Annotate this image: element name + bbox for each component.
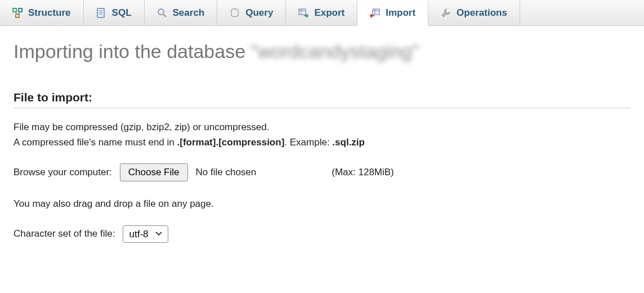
choose-file-button[interactable]: Choose File bbox=[120, 163, 188, 181]
drag-drop-info: You may also drag and drop a file on any… bbox=[14, 196, 630, 211]
name-rule-middle: . Example: bbox=[284, 137, 332, 148]
file-picker-row: Browse your computer: Choose File No fil… bbox=[14, 163, 630, 181]
charset-row: Character set of the file: utf-8 bbox=[14, 225, 630, 243]
title-prefix: Importing into the database bbox=[14, 41, 251, 62]
name-rule-example: .sql.zip bbox=[332, 137, 365, 148]
name-rule-format: .[format].[compression] bbox=[177, 137, 285, 148]
tab-query[interactable]: Query bbox=[217, 0, 286, 25]
tab-structure[interactable]: Structure bbox=[0, 0, 84, 25]
charset-select[interactable]: utf-8 bbox=[123, 225, 168, 243]
tab-label: Query bbox=[245, 7, 273, 19]
svg-point-9 bbox=[158, 9, 164, 15]
svg-rect-2 bbox=[16, 14, 19, 17]
svg-rect-12 bbox=[299, 9, 306, 15]
search-icon bbox=[157, 8, 167, 18]
import-icon bbox=[370, 8, 380, 18]
svg-rect-15 bbox=[373, 9, 379, 15]
tab-label: Export bbox=[314, 7, 345, 19]
export-icon bbox=[298, 8, 308, 18]
tab-label: Operations bbox=[457, 7, 507, 19]
tab-search[interactable]: Search bbox=[145, 0, 218, 25]
content-area: Importing into the database "wordcandyst… bbox=[0, 26, 644, 269]
tab-import[interactable]: Import bbox=[357, 1, 428, 26]
operations-icon bbox=[441, 8, 451, 18]
svg-line-10 bbox=[163, 14, 166, 17]
compress-line: File may be compressed (gzip, bzip2, zip… bbox=[14, 122, 269, 132]
tab-label: Import bbox=[386, 7, 415, 19]
tab-label: Structure bbox=[28, 7, 71, 19]
compression-info: File may be compressed (gzip, bzip2, zip… bbox=[14, 119, 630, 150]
tab-operations[interactable]: Operations bbox=[428, 0, 520, 25]
tab-bar: Structure SQL Search Query Export Import bbox=[0, 0, 644, 26]
max-size-text: (Max: 128MiB) bbox=[332, 167, 394, 178]
sql-icon bbox=[96, 8, 106, 18]
browse-label: Browse your computer: bbox=[14, 167, 112, 178]
svg-rect-1 bbox=[19, 8, 22, 12]
section-title: File to import: bbox=[14, 91, 630, 108]
database-name: "wordcandystaging" bbox=[251, 41, 419, 62]
page-title: Importing into the database "wordcandyst… bbox=[14, 41, 630, 63]
structure-icon bbox=[12, 8, 23, 18]
svg-rect-5 bbox=[97, 8, 104, 17]
tab-label: Search bbox=[173, 7, 205, 19]
name-rule-prefix: A compressed file's name must end in bbox=[14, 137, 177, 148]
query-icon bbox=[230, 8, 240, 18]
svg-rect-0 bbox=[13, 8, 16, 12]
tab-sql[interactable]: SQL bbox=[84, 0, 145, 25]
charset-label: Character set of the file: bbox=[14, 228, 115, 239]
tab-export[interactable]: Export bbox=[286, 0, 357, 25]
tab-label: SQL bbox=[112, 7, 132, 19]
no-file-text: No file chosen bbox=[196, 167, 257, 178]
